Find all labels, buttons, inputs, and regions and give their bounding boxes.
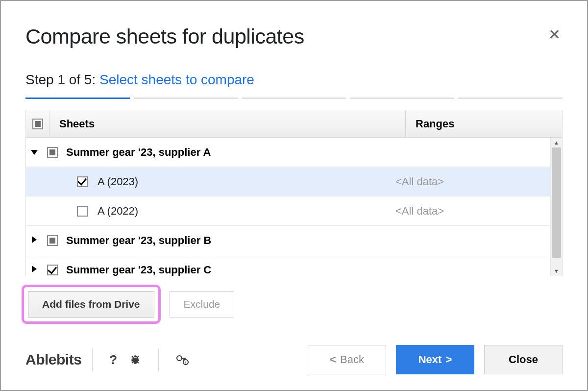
- next-button[interactable]: Next>: [396, 345, 474, 374]
- close-button[interactable]: Close: [484, 345, 563, 374]
- sheet-range[interactable]: <All data>: [393, 205, 550, 218]
- sheet-range[interactable]: <All data>: [393, 175, 550, 188]
- key-info-icon[interactable]: i: [175, 353, 190, 366]
- scroll-thumb[interactable]: [552, 147, 561, 258]
- group-name: Summer gear '23, supplier B: [62, 234, 550, 247]
- next-label: Next: [418, 353, 442, 366]
- dialog-title: Compare sheets for duplicates: [25, 24, 304, 49]
- vertical-scrollbar[interactable]: ▲ ▼: [550, 138, 562, 276]
- back-button[interactable]: <Back: [308, 345, 386, 374]
- svg-text:i: i: [185, 360, 186, 365]
- group-row-supplier-a[interactable]: Summer gear '23, supplier A: [26, 138, 550, 167]
- select-all-checkbox[interactable]: [32, 119, 43, 129]
- highlight-annotation: Add files from Drive: [22, 285, 161, 324]
- sheet-row-a-2023[interactable]: A (2023) <All data>: [26, 167, 550, 196]
- progress-bar: [25, 98, 563, 99]
- back-label: Back: [340, 353, 364, 366]
- svg-point-0: [177, 356, 182, 361]
- divider: [92, 348, 93, 371]
- help-icon[interactable]: ?: [109, 352, 117, 367]
- group-checkbox[interactable]: [47, 265, 58, 275]
- group-name: Summer gear '23, supplier A: [62, 146, 550, 159]
- group-checkbox[interactable]: [47, 235, 58, 246]
- sheet-checkbox[interactable]: [77, 176, 88, 187]
- chevron-right-icon[interactable]: [32, 266, 37, 272]
- sheet-name: A (2022): [95, 205, 393, 218]
- bug-icon[interactable]: [129, 353, 142, 366]
- step-indicator: Step 1 of 5: Select sheets to compare: [25, 72, 563, 88]
- scroll-down-icon[interactable]: ▼: [551, 266, 562, 276]
- sheet-name: A (2023): [95, 175, 393, 188]
- group-checkbox[interactable]: [47, 147, 58, 158]
- group-row-supplier-c[interactable]: Summer gear '23, supplier C: [26, 255, 550, 276]
- step-action: Select sheets to compare: [99, 72, 254, 87]
- header-ranges[interactable]: Ranges: [405, 110, 562, 137]
- progress-seg-3: [242, 98, 346, 99]
- progress-seg-4: [350, 98, 454, 99]
- add-files-button[interactable]: Add files from Drive: [28, 291, 154, 318]
- brand-logo: Ablebits: [25, 351, 81, 368]
- progress-seg-5: [458, 98, 563, 99]
- step-prefix: Step 1 of 5:: [25, 72, 99, 87]
- table-header: Sheets Ranges: [26, 110, 562, 138]
- progress-seg-1: [25, 98, 130, 99]
- group-name: Summer gear '23, supplier C: [62, 264, 550, 276]
- sheets-table: Sheets Ranges Summer gear '23, supplier …: [25, 110, 563, 276]
- close-icon[interactable]: ✕: [546, 27, 563, 42]
- header-sheets[interactable]: Sheets: [49, 118, 405, 130]
- chevron-down-icon[interactable]: [31, 150, 38, 155]
- progress-seg-2: [134, 98, 238, 99]
- sheet-checkbox[interactable]: [77, 206, 88, 217]
- divider: [158, 348, 159, 371]
- chevron-right-icon: >: [445, 353, 452, 366]
- group-row-supplier-b[interactable]: Summer gear '23, supplier B: [26, 226, 550, 255]
- chevron-left-icon: <: [330, 353, 336, 366]
- scroll-up-icon[interactable]: ▲: [551, 138, 562, 147]
- chevron-right-icon[interactable]: [32, 236, 37, 243]
- sheet-row-a-2022[interactable]: A (2022) <All data>: [26, 196, 550, 226]
- exclude-button[interactable]: Exclude: [170, 291, 235, 318]
